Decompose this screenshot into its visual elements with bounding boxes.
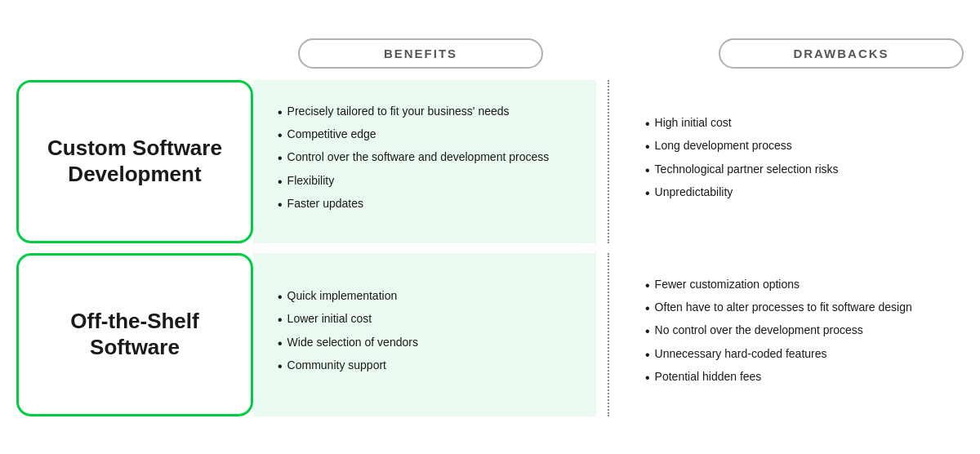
custom-software-title: Custom Software Development xyxy=(16,80,253,243)
drawbacks-label: DRAWBACKS xyxy=(793,47,889,60)
list-item: Control over the software and developmen… xyxy=(278,149,580,167)
list-item: Competitive edge xyxy=(278,127,580,145)
list-item: Technological partner selection risks xyxy=(645,162,947,180)
off-the-shelf-title: Off-the-Shelf Software xyxy=(16,253,253,416)
divider-col-2 xyxy=(596,253,621,416)
list-item: Faster updates xyxy=(278,196,580,214)
list-item: Unnecessary hard-coded features xyxy=(645,346,947,364)
benefits-label: BENEFITS xyxy=(384,47,457,60)
list-item: Unpredictability xyxy=(645,185,947,203)
drawbacks-badge: DRAWBACKS xyxy=(719,38,964,69)
off-the-shelf-benefits: Quick implementation Lower initial cost … xyxy=(253,253,596,416)
list-item: High initial cost xyxy=(645,115,947,133)
benefits-badge: BENEFITS xyxy=(298,38,543,69)
divider-col-1 xyxy=(596,80,621,243)
off-the-shelf-row: Off-the-Shelf Software Quick implementat… xyxy=(16,253,964,416)
dotted-divider xyxy=(608,253,609,416)
list-item: Flexibility xyxy=(278,173,580,191)
benefits-header-area: BENEFITS xyxy=(253,38,596,69)
list-item: Precisely tailored to fit your business'… xyxy=(278,104,580,122)
list-item: Wide selection of vendors xyxy=(278,335,580,353)
header-row: BENEFITS DRAWBACKS xyxy=(16,38,964,69)
list-item: Potential hidden fees xyxy=(645,369,947,387)
list-item: Community support xyxy=(278,358,580,376)
list-item: No control over the development process xyxy=(645,323,947,340)
list-item: Lower initial cost xyxy=(278,311,580,329)
list-item: Long development process xyxy=(645,138,947,156)
drawbacks-header-area: DRAWBACKS xyxy=(621,38,964,69)
dotted-divider xyxy=(608,80,609,243)
custom-software-row: Custom Software Development Precisely ta… xyxy=(16,80,964,243)
list-item: Often have to alter processes to fit sof… xyxy=(645,300,947,318)
list-item: Fewer customization options xyxy=(645,277,947,295)
list-item: Quick implementation xyxy=(278,288,580,306)
off-the-shelf-drawbacks: Fewer customization options Often have t… xyxy=(621,253,964,416)
custom-software-drawbacks: High initial cost Long development proce… xyxy=(621,80,964,243)
main-content: Custom Software Development Precisely ta… xyxy=(16,80,964,416)
comparison-table: BENEFITS DRAWBACKS Custom Software Devel… xyxy=(16,38,964,416)
custom-software-benefits: Precisely tailored to fit your business'… xyxy=(253,80,596,243)
